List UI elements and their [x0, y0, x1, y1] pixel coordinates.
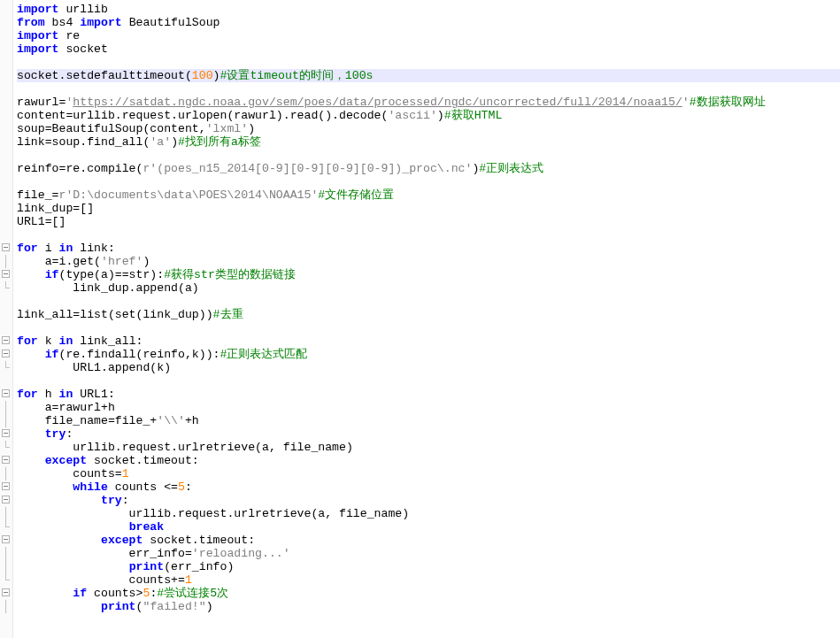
code-line[interactable]: reinfo=re.compile(r'(poes_n15_2014[0-9][… — [17, 162, 840, 175]
gutter-fold[interactable] — [1, 494, 12, 507]
token-str: 'href' — [101, 255, 143, 268]
gutter-fold[interactable] — [1, 534, 12, 547]
token-kw: break — [129, 520, 165, 534]
gutter-fold[interactable] — [1, 242, 12, 255]
gutter-fold[interactable] — [1, 268, 12, 281]
code-line[interactable]: file_name=file_+'\\'+h — [17, 414, 840, 427]
code-line[interactable]: file_=r'D:\documents\data\POES\2014\NOAA… — [17, 188, 840, 202]
code-line[interactable]: counts=1 — [17, 467, 840, 480]
code-line[interactable]: for h in URL1: — [17, 388, 840, 401]
code-line[interactable]: for i in link: — [17, 242, 840, 255]
code-line[interactable] — [17, 295, 840, 308]
code-line[interactable]: if counts>5:#尝试连接5次 — [17, 587, 840, 600]
code-line[interactable]: a=i.get('href') — [17, 255, 840, 268]
code-line[interactable]: counts+=1 — [17, 573, 840, 587]
gutter-bar — [1, 507, 12, 520]
gutter-bar — [1, 600, 12, 613]
token-cmt: #获取HTML — [444, 109, 503, 122]
code-line[interactable]: link_dup.append(a) — [17, 281, 840, 295]
token-kw: try — [101, 494, 122, 507]
code-area[interactable]: import urllibfrom bs4 import BeautifulSo… — [13, 0, 840, 638]
token-str: ' — [682, 96, 690, 109]
token-id: h — [38, 388, 59, 401]
token-cmt: #去重 — [213, 308, 243, 321]
code-line[interactable]: link_dup=[] — [17, 202, 840, 215]
token-cmt: #正则表达式匹配 — [220, 348, 308, 361]
gutter-fold[interactable] — [1, 427, 12, 441]
code-line[interactable]: except socket.timeout: — [17, 454, 840, 467]
gutter-blank — [0, 228, 11, 242]
fold-gutter — [0, 0, 13, 638]
code-line[interactable]: urllib.request.urlretrieve(a, file_name) — [17, 441, 840, 454]
gutter-end — [1, 441, 12, 454]
gutter-fold[interactable] — [1, 388, 12, 401]
token-id — [17, 480, 73, 494]
code-line[interactable]: if(re.findall(reinfo,k)):#正则表达式匹配 — [17, 348, 840, 361]
code-line[interactable]: socket.setdefaulttimeout(100)#设置timeout的… — [17, 69, 840, 82]
token-num: 100 — [192, 69, 213, 82]
token-id: ) — [248, 122, 255, 135]
code-line[interactable]: while counts <=5: — [17, 480, 840, 494]
code-line[interactable] — [17, 228, 840, 242]
token-id: BeautifulSoup — [122, 16, 220, 29]
token-id: ) — [213, 69, 220, 82]
code-line[interactable]: soup=BeautifulSoup(content,'lxml') — [17, 122, 840, 135]
token-id: link_dup=[] — [17, 202, 94, 215]
code-line[interactable]: import re — [17, 29, 840, 42]
token-id: ) — [206, 600, 213, 613]
code-line[interactable]: try: — [17, 494, 840, 507]
token-kw: print — [129, 560, 165, 573]
code-line[interactable] — [17, 149, 840, 162]
token-kw: from — [17, 16, 45, 29]
gutter-blank — [0, 122, 11, 135]
gutter-fold[interactable] — [1, 587, 12, 600]
code-line[interactable]: import urllib — [17, 3, 840, 16]
gutter-blank — [0, 374, 11, 388]
gutter-fold[interactable] — [1, 454, 12, 467]
code-line[interactable] — [17, 374, 840, 388]
gutter-fold[interactable] — [1, 334, 12, 348]
code-line[interactable]: except socket.timeout: — [17, 534, 840, 547]
token-kw: except — [45, 454, 87, 467]
token-kw: if — [73, 587, 87, 600]
code-line[interactable]: urllib.request.urlretrieve(a, file_name) — [17, 507, 840, 520]
code-line[interactable]: try: — [17, 427, 840, 441]
code-line[interactable]: break — [17, 520, 840, 534]
code-line[interactable] — [17, 175, 840, 188]
code-line[interactable]: URL1=[] — [17, 215, 840, 228]
code-line[interactable] — [17, 321, 840, 334]
code-line[interactable]: rawurl='https://satdat.ngdc.noaa.gov/sem… — [17, 96, 840, 109]
gutter-bar — [1, 414, 12, 427]
token-id: ) — [171, 135, 178, 149]
code-line[interactable]: if(type(a)==str):#获得str类型的数据链接 — [17, 268, 840, 281]
token-id — [17, 348, 45, 361]
token-id: soup=BeautifulSoup(content, — [17, 122, 206, 135]
code-line[interactable]: URL1.append(k) — [17, 361, 840, 374]
code-line[interactable]: for k in link_all: — [17, 334, 840, 348]
code-line[interactable]: err_info='reloading...' — [17, 547, 840, 560]
code-line[interactable]: print("failed!") — [17, 600, 840, 613]
token-id — [17, 427, 45, 441]
token-id — [17, 600, 101, 613]
token-urlstr: https://satdat.ngdc.noaa.gov/sem/poes/da… — [73, 96, 682, 109]
code-line[interactable]: from bs4 import BeautifulSoup — [17, 16, 840, 29]
gutter-bar — [1, 547, 12, 560]
gutter-blank — [0, 82, 11, 96]
code-line[interactable] — [17, 82, 840, 96]
token-id: ) — [143, 255, 150, 268]
token-id: content=urllib.request.urlopen(rawurl).r… — [17, 109, 388, 122]
token-id: link_dup.append(a) — [17, 281, 199, 295]
token-kw: print — [101, 600, 136, 613]
code-line[interactable]: link=soup.find_all('a')#找到所有a标签 — [17, 135, 840, 149]
code-line[interactable]: link_all=list(set(link_dup))#去重 — [17, 308, 840, 321]
code-line[interactable]: import socket — [17, 42, 840, 56]
gutter-fold[interactable] — [1, 480, 12, 494]
token-id: URL1.append(k) — [17, 361, 171, 374]
token-id — [17, 520, 129, 534]
code-line[interactable]: content=urllib.request.urlopen(rawurl).r… — [17, 109, 840, 122]
code-line[interactable] — [17, 56, 840, 69]
code-line[interactable]: print(err_info) — [17, 560, 840, 573]
code-line[interactable]: a=rawurl+h — [17, 401, 840, 414]
gutter-blank — [0, 135, 11, 149]
gutter-fold[interactable] — [1, 348, 12, 361]
